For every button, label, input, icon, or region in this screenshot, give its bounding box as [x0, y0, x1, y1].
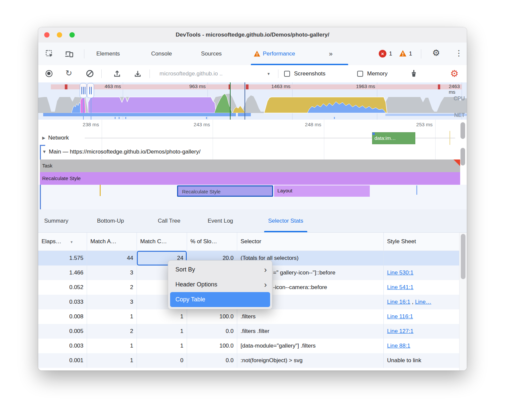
- warning-badge-icon[interactable]: [399, 50, 407, 58]
- table-scrollbar[interactable]: [459, 233, 467, 370]
- cell-match_attempts[interactable]: 2: [87, 280, 137, 295]
- reload-and-record-icon[interactable]: ↻: [65, 68, 72, 78]
- cell-style_sheet[interactable]: Line 530:1: [384, 265, 459, 280]
- device-toolbar-icon[interactable]: [65, 50, 73, 59]
- warning-count[interactable]: 1: [409, 43, 412, 65]
- tab-summary[interactable]: Summary: [44, 209, 68, 232]
- cell-match_count[interactable]: 0: [137, 353, 187, 368]
- error-badge-icon[interactable]: ×: [379, 50, 386, 57]
- layout-event-bar[interactable]: Layout: [274, 185, 370, 197]
- memory-label[interactable]: Memory: [367, 65, 387, 82]
- task-event-bar[interactable]: Task: [40, 159, 460, 172]
- cell-style_sheet[interactable]: Line 127:1: [384, 324, 459, 339]
- style-sheet-link[interactable]: Line 16:1: [387, 299, 410, 305]
- menu-item-sort-by[interactable]: Sort By ›: [170, 262, 270, 277]
- cell-style_sheet[interactable]: Line 541:1: [384, 280, 459, 295]
- cell-pct_slow[interactable]: 100.0: [187, 339, 237, 353]
- tab-sources[interactable]: Sources: [201, 43, 222, 65]
- column-header-match-attempts[interactable]: Match A…: [87, 233, 137, 251]
- cell-elapsed[interactable]: 1.466: [38, 265, 87, 280]
- tab-event-log[interactable]: Event Log: [208, 209, 233, 232]
- column-header-match-count[interactable]: Match C…: [137, 233, 187, 251]
- tab-elements[interactable]: Elements: [96, 43, 120, 65]
- table-row[interactable]: 0.005210.0.filters .filterLine 127:1: [38, 324, 467, 339]
- style-sheet-link[interactable]: Line…: [415, 299, 431, 305]
- cell-pct_slow[interactable]: 0.0: [187, 353, 237, 368]
- main-collapse-icon[interactable]: ▼: [42, 145, 47, 159]
- screenshots-label[interactable]: Screenshots: [294, 65, 326, 82]
- cell-match_count[interactable]: 1: [137, 339, 187, 353]
- tab-bottom-up[interactable]: Bottom-Up: [97, 209, 124, 232]
- flame-chart[interactable]: 238 ms 243 ms 248 ms 253 ms ▶ Network da…: [38, 120, 467, 209]
- clear-icon[interactable]: [86, 70, 94, 79]
- memory-checkbox[interactable]: [357, 71, 363, 77]
- kebab-menu-icon[interactable]: ⋮: [455, 49, 463, 58]
- cell-selector[interactable]: [data-module="gallery"] .filters: [237, 339, 384, 353]
- tab-selector-stats[interactable]: Selector Stats: [268, 209, 303, 232]
- style-sheet-link[interactable]: Line 541:1: [387, 284, 413, 290]
- selection-left-handle[interactable]: [80, 83, 87, 98]
- cell-style_sheet[interactable]: [384, 251, 459, 265]
- cell-pct_slow[interactable]: 100.0: [187, 309, 237, 324]
- cell-match_attempts[interactable]: 1: [87, 309, 137, 324]
- network-expand-icon[interactable]: ▶: [42, 131, 45, 145]
- column-header-elapsed[interactable]: Elaps…▼: [38, 233, 87, 251]
- download-profile-icon[interactable]: [134, 70, 142, 79]
- style-sheet-link[interactable]: Line 88:1: [387, 343, 410, 349]
- style-sheet-link[interactable]: Line 530:1: [387, 269, 413, 276]
- style-sheet-link[interactable]: Line 116:1: [387, 313, 413, 320]
- network-track-label[interactable]: Network: [48, 131, 69, 145]
- column-header-selector[interactable]: Selector: [237, 233, 384, 251]
- cell-pct_slow[interactable]: 0.0: [187, 324, 237, 339]
- settings-gear-icon[interactable]: ⚙: [432, 48, 440, 58]
- menu-item-header-options[interactable]: Header Options ›: [170, 277, 270, 292]
- cell-match_attempts[interactable]: 3: [87, 265, 137, 280]
- style-sheet-link[interactable]: Line 127:1: [387, 328, 413, 334]
- tab-performance[interactable]: Performance: [253, 43, 295, 65]
- cell-elapsed[interactable]: 0.033: [38, 295, 87, 309]
- tab-call-tree[interactable]: Call Tree: [158, 209, 180, 232]
- performance-settings-gear-icon[interactable]: ⚙: [450, 68, 458, 79]
- error-count[interactable]: 1: [389, 43, 392, 65]
- table-scrollbar-thumb[interactable]: [461, 234, 465, 279]
- cell-style_sheet[interactable]: Line 116:1: [384, 309, 459, 324]
- cell-selector[interactable]: .filters .filter: [237, 324, 384, 339]
- tab-console[interactable]: Console: [151, 43, 172, 65]
- cell-match_count[interactable]: 1: [137, 324, 187, 339]
- selection-right-handle[interactable]: [87, 83, 94, 98]
- cell-selector[interactable]: .filters: [237, 309, 384, 324]
- cell-elapsed[interactable]: 0.001: [38, 353, 87, 368]
- cell-match_attempts[interactable]: 1: [87, 353, 137, 368]
- cell-elapsed[interactable]: 0.052: [38, 280, 87, 295]
- network-request-bar[interactable]: data:im…: [372, 132, 415, 144]
- cell-selector[interactable]: :not(foreignObject) > svg: [237, 353, 384, 368]
- flame-scrollbar-thumb[interactable]: [460, 122, 465, 139]
- cell-match_count[interactable]: 1: [137, 309, 187, 324]
- selected-event-recalculate-style[interactable]: Recalculate Style: [177, 185, 273, 197]
- record-button[interactable]: [46, 70, 52, 77]
- upload-profile-icon[interactable]: [113, 70, 121, 79]
- garbage-collect-icon[interactable]: [410, 69, 418, 79]
- cell-style_sheet[interactable]: Line 88:1: [384, 339, 459, 353]
- column-header-style-sheet[interactable]: Style Sheet: [384, 233, 459, 251]
- cell-match_attempts[interactable]: 1: [87, 339, 137, 353]
- cell-elapsed[interactable]: 0.005: [38, 324, 87, 339]
- screenshots-checkbox[interactable]: [284, 71, 290, 77]
- cell-elapsed[interactable]: 1.575: [38, 251, 87, 265]
- flame-scrollbar-thumb[interactable]: [460, 148, 465, 165]
- cell-match_attempts[interactable]: 2: [87, 324, 137, 339]
- main-track-label[interactable]: Main — https://microsoftedge.github.io/D…: [49, 145, 200, 159]
- table-row[interactable]: 0.00811100.0.filtersLine 116:1: [38, 309, 467, 324]
- cell-style_sheet[interactable]: Unable to link: [384, 353, 459, 368]
- cell-elapsed[interactable]: 0.003: [38, 339, 87, 353]
- page-select[interactable]: microsoftedge.github.io ..: [159, 65, 223, 82]
- timeline-overview[interactable]: 463 ms 963 ms 1463 ms 1963 ms 2463 ms CP…: [38, 82, 467, 120]
- cell-elapsed[interactable]: 0.008: [38, 309, 87, 324]
- column-header-pct-slow[interactable]: % of Slo…: [187, 233, 237, 251]
- inspect-element-icon[interactable]: [46, 50, 53, 59]
- menu-item-copy-table[interactable]: Copy Table: [170, 292, 270, 307]
- cell-style_sheet[interactable]: Line 16:1 , Line…: [384, 295, 459, 309]
- cell-match_attempts[interactable]: 3: [87, 295, 137, 309]
- recalculate-style-event-bar[interactable]: Recalculate Style: [40, 172, 460, 185]
- more-tabs-icon[interactable]: »: [329, 43, 333, 65]
